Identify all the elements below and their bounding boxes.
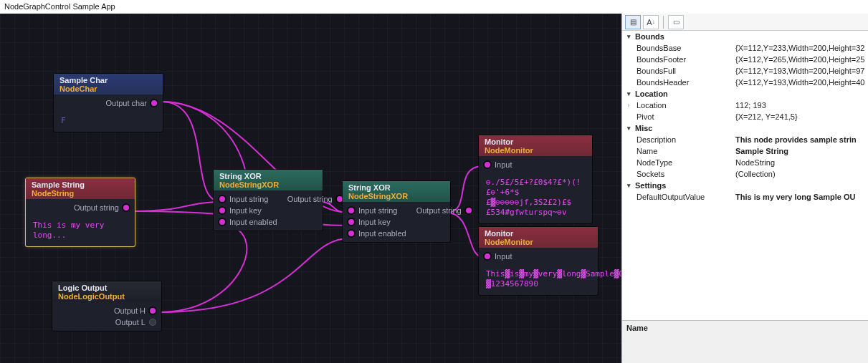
node-header[interactable]: Logic Output NodeLogicOutput xyxy=(52,281,161,302)
node-subtitle: NodeStringXOR xyxy=(348,192,444,200)
node-title: Monitor xyxy=(485,137,513,146)
port-input-key[interactable]: Input key xyxy=(219,206,277,215)
port-input-key[interactable]: Input key xyxy=(348,218,406,226)
prop-bounds-base[interactable]: BoundsBase{X=112,Y=233,Width=200,Height=… xyxy=(622,42,868,54)
node-sample-string[interactable]: Sample String NodeString Output string T… xyxy=(26,178,135,246)
prop-bounds-footer[interactable]: BoundsFooter{X=112,Y=265,Width=200,Heigh… xyxy=(622,54,868,65)
node-header[interactable]: Sample Char NodeChar xyxy=(54,74,163,95)
node-title: String XOR xyxy=(348,183,391,192)
node-subtitle: NodeStringXOR xyxy=(219,180,317,189)
port-output-char[interactable]: Output char xyxy=(106,99,157,107)
node-string-xor-2[interactable]: String XOR NodeStringXOR Input string In… xyxy=(343,181,450,242)
node-title: Logic Output xyxy=(58,284,107,292)
node-footer: This▓is▓my▓very▓long▓Sample▓OUTPUT,▓just… xyxy=(479,265,598,295)
node-title: String XOR xyxy=(219,172,262,180)
prop-sockets[interactable]: Sockets(Collection) xyxy=(622,168,868,180)
prop-nodetype[interactable]: NodeTypeNodeString xyxy=(622,157,868,168)
prop-bounds-header[interactable]: BoundsHeader{X=112,Y=193,Width=200,Heigh… xyxy=(622,77,868,88)
node-title: Monitor xyxy=(485,229,513,238)
node-header[interactable]: Monitor NodeMonitor xyxy=(479,135,592,156)
port-output-string[interactable]: Output string xyxy=(74,203,129,212)
prop-description[interactable]: DescriptionThis node provides sample str… xyxy=(622,134,868,145)
node-title: Sample String xyxy=(32,180,85,189)
node-logic-output[interactable]: Logic Output NodeLogicOutput Output H Ou… xyxy=(52,281,161,331)
node-footer: This is my very long... xyxy=(26,216,135,246)
node-footer: F xyxy=(54,112,163,132)
description-title: Name xyxy=(626,324,864,332)
node-header[interactable]: Monitor NodeMonitor xyxy=(479,227,598,248)
node-monitor-1[interactable]: Monitor NodeMonitor Input ⊖./5£/5£+?£0$4… xyxy=(479,135,592,223)
node-monitor-2[interactable]: Monitor NodeMonitor Input This▓is▓my▓ver… xyxy=(479,227,598,295)
port-output-h[interactable]: Output H xyxy=(114,306,156,315)
node-footer: ⊖./5£/5£+?£0$4?£*)(!£⊖'+6*$£▓⊖⊖⊖⊖⊖jf,3S2… xyxy=(479,173,592,223)
node-subtitle: NodeMonitor xyxy=(485,238,592,246)
port-input-enabled[interactable]: Input enabled xyxy=(219,218,277,226)
alphabetical-icon[interactable]: A↓ xyxy=(643,15,659,29)
property-panel: ▤ A↓ ▭ Bounds BoundsBase{X=112,Y=233,Wid… xyxy=(621,14,868,363)
port-output-string[interactable]: Output string xyxy=(416,206,472,215)
property-grid[interactable]: Bounds BoundsBase{X=112,Y=233,Width=200,… xyxy=(622,31,868,320)
category-settings[interactable]: Settings xyxy=(622,180,868,191)
prop-defaultoutputvalue[interactable]: DefaultOutputValueThis is my very long S… xyxy=(622,191,868,203)
node-subtitle: NodeMonitor xyxy=(485,146,586,155)
node-sample-char[interactable]: Sample Char NodeChar Output char F xyxy=(54,74,163,132)
node-subtitle: NodeLogicOutput xyxy=(58,292,156,301)
category-bounds[interactable]: Bounds xyxy=(622,31,868,42)
node-subtitle: NodeChar xyxy=(59,84,157,93)
categorized-icon[interactable]: ▤ xyxy=(625,15,641,29)
prop-pivot[interactable]: Pivot{X=212, Y=241,5} xyxy=(622,111,868,122)
node-graph-canvas[interactable]: Sample Char NodeChar Output char F Sampl… xyxy=(0,14,621,363)
node-header[interactable]: String XOR NodeStringXOR xyxy=(214,170,323,190)
port-input[interactable]: Input xyxy=(485,252,592,261)
port-input-string[interactable]: Input string xyxy=(219,195,277,203)
property-toolbar: ▤ A↓ ▭ xyxy=(622,14,868,31)
port-output-string[interactable]: Output string xyxy=(287,195,343,203)
window-title: NodeGraphControl Sample App xyxy=(0,0,868,14)
port-input[interactable]: Input xyxy=(485,160,586,169)
prop-location[interactable]: Location112; 193 xyxy=(622,100,868,111)
separator xyxy=(663,16,664,29)
property-description: Name xyxy=(622,320,868,363)
prop-name[interactable]: NameSample String xyxy=(622,145,868,157)
node-header[interactable]: Sample String NodeString xyxy=(26,178,135,199)
node-subtitle: NodeString xyxy=(32,189,129,198)
property-pages-icon[interactable]: ▭ xyxy=(668,15,684,29)
category-location[interactable]: Location xyxy=(622,88,868,100)
node-header[interactable]: String XOR NodeStringXOR xyxy=(343,181,450,202)
category-misc[interactable]: Misc xyxy=(622,122,868,134)
node-string-xor-1[interactable]: String XOR NodeStringXOR Input string In… xyxy=(214,170,323,231)
port-input-enabled[interactable]: Input enabled xyxy=(348,229,406,238)
port-output-l[interactable]: Output L xyxy=(115,318,156,326)
prop-bounds-full[interactable]: BoundsFull{X=112,Y=193,Width=200,Height=… xyxy=(622,65,868,77)
node-title: Sample Char xyxy=(59,76,108,84)
port-input-string[interactable]: Input string xyxy=(348,206,406,215)
